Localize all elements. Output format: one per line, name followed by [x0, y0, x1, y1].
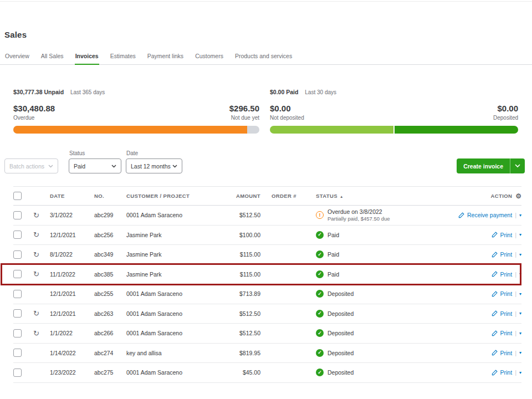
customer-name: 0001 Adam Saraceno: [126, 212, 223, 218]
action-link[interactable]: Print: [500, 350, 513, 356]
action-dropdown-caret[interactable]: ▾: [519, 232, 521, 237]
status-icon: ✓: [316, 231, 324, 239]
gear-icon[interactable]: ⚙: [515, 192, 521, 200]
table-row-highlighted[interactable]: ↻ 11/1/2022 abc385 Jasmine Park $115.00 …: [13, 265, 521, 285]
batch-actions-dropdown[interactable]: Batch actions: [4, 158, 58, 173]
unpaid-summary-header: $30,777.38 Unpaid Last 365 days: [13, 89, 259, 95]
invoice-date: 1/1/2022: [50, 330, 94, 336]
status-text: Deposited: [328, 330, 354, 336]
tab-products-and-services[interactable]: Products and services: [234, 50, 293, 65]
create-invoice-split-button: Create invoice: [457, 158, 525, 173]
unpaid-total: $30,777.38 Unpaid: [13, 89, 64, 95]
tab-payment-links[interactable]: Payment links: [147, 50, 184, 65]
row-checkbox[interactable]: [13, 270, 22, 278]
not-due-amount: $296.50: [229, 104, 259, 113]
status-icon: ✓: [316, 329, 324, 337]
row-checkbox[interactable]: [13, 369, 22, 377]
sales-page: Sales OverviewAll SalesInvoicesEstimates…: [0, 0, 532, 399]
edit-pencil-icon[interactable]: [492, 232, 498, 238]
action-dropdown-caret[interactable]: ▾: [519, 272, 521, 277]
status-filter-dropdown[interactable]: Paid: [69, 158, 121, 173]
table-row[interactable]: ↻ 12/1/2021 abc256 Jasmine Park $100.00 …: [13, 226, 521, 245]
page-title: Sales: [4, 30, 27, 39]
invoice-amount: $115.00: [223, 271, 260, 278]
customer-name: 0001 Adam Saraceno: [126, 330, 223, 336]
sort-ascending-icon: ▲: [340, 195, 344, 198]
header-customer: CUSTOMER / PROJECT: [126, 193, 223, 199]
unpaid-period: Last 365 days: [70, 89, 105, 95]
paid-progress-bar[interactable]: [270, 126, 518, 134]
action-dropdown-caret[interactable]: ▾: [519, 350, 521, 355]
action-link[interactable]: Print: [500, 290, 513, 297]
row-checkbox[interactable]: [13, 250, 22, 259]
action-divider: |: [515, 212, 516, 218]
invoice-amount: $713.89: [223, 290, 260, 297]
row-checkbox[interactable]: [13, 309, 22, 318]
action-dropdown-caret[interactable]: ▾: [519, 370, 521, 375]
unpaid-summary-panel: $30,777.38 Unpaid Last 365 days $30,480.…: [13, 89, 259, 134]
header-status[interactable]: STATUS▲: [316, 193, 454, 199]
batch-actions-label: Batch actions: [9, 163, 44, 170]
table-row[interactable]: ↻ 8/1/2022 abc349 Jasmine Park $115.00 ✓…: [13, 245, 521, 265]
action-link[interactable]: Print: [500, 369, 513, 376]
action-dropdown-caret[interactable]: ▾: [519, 213, 521, 218]
tab-overview[interactable]: Overview: [4, 50, 30, 65]
edit-pencil-icon[interactable]: [492, 252, 498, 258]
invoice-number: abc275: [94, 369, 126, 376]
table-row[interactable]: ↻ 1/14/2022 abc274 key and allisa $819.9…: [13, 344, 521, 364]
action-link[interactable]: Print: [500, 232, 513, 238]
deposited-label: Deposited: [493, 115, 518, 121]
action-divider: |: [515, 369, 516, 376]
edit-pencil-icon[interactable]: [492, 291, 498, 297]
date-filter-dropdown[interactable]: Last 12 months: [126, 158, 182, 173]
invoice-date: 1/14/2022: [50, 350, 94, 356]
paid-period: Last 30 days: [305, 89, 336, 95]
action-link[interactable]: Receive payment: [467, 212, 512, 218]
create-invoice-button[interactable]: Create invoice: [457, 158, 510, 173]
edit-pencil-icon[interactable]: [492, 350, 498, 356]
action-divider: |: [515, 232, 516, 238]
unpaid-progress-bar[interactable]: [13, 126, 259, 134]
action-dropdown-caret[interactable]: ▾: [519, 311, 521, 316]
edit-pencil-icon[interactable]: [492, 370, 498, 376]
action-link[interactable]: Print: [500, 330, 513, 336]
not-deposited-label: Not deposited: [270, 115, 304, 121]
recurring-icon: ↻: [33, 250, 39, 259]
row-checkbox[interactable]: [13, 211, 22, 219]
action-dropdown-caret[interactable]: ▾: [519, 331, 521, 336]
tab-customers[interactable]: Customers: [195, 50, 224, 65]
table-row[interactable]: ↻ 12/1/2021 abc255 0001 Adam Saraceno $7…: [13, 284, 521, 304]
table-row[interactable]: ↻ 1/1/2022 abc266 0001 Adam Saraceno $51…: [13, 324, 521, 344]
status-subtext: Partially paid, $457.50 due: [328, 216, 390, 222]
tab-estimates[interactable]: Estimates: [110, 50, 136, 65]
invoice-number: abc385: [94, 271, 126, 278]
create-invoice-dropdown-caret[interactable]: [510, 158, 525, 173]
action-dropdown-caret[interactable]: ▾: [519, 291, 521, 296]
row-checkbox[interactable]: [13, 349, 22, 357]
table-row[interactable]: ↻ 3/1/2022 abc299 0001 Adam Saraceno $51…: [13, 206, 521, 226]
action-link[interactable]: Print: [500, 310, 513, 317]
row-checkbox[interactable]: [13, 231, 22, 239]
table-row[interactable]: ↻ 12/1/2021 abc263 0001 Adam Saraceno $5…: [13, 304, 521, 324]
status-text: Overdue on 3/8/2022: [328, 208, 390, 215]
tab-all-sales[interactable]: All Sales: [40, 50, 64, 65]
action-link[interactable]: Print: [500, 251, 513, 258]
table-row[interactable]: ↻ 1/23/2022 abc275 0001 Adam Saraceno $4…: [13, 363, 521, 383]
edit-pencil-icon[interactable]: [492, 310, 498, 316]
edit-pencil-icon[interactable]: [492, 271, 498, 277]
edit-pencil-icon[interactable]: [492, 330, 498, 336]
action-link[interactable]: Print: [500, 271, 513, 278]
select-all-checkbox[interactable]: [13, 192, 22, 200]
row-checkbox[interactable]: [13, 329, 22, 337]
action-dropdown-caret[interactable]: ▾: [519, 252, 521, 257]
row-checkbox[interactable]: [13, 290, 22, 298]
invoice-amount: $512.50: [223, 212, 260, 218]
deposited-amount: $0.00: [497, 104, 518, 113]
edit-pencil-icon[interactable]: [458, 212, 464, 218]
tab-invoices[interactable]: Invoices: [75, 50, 99, 65]
invoices-table: DATE NO. CUSTOMER / PROJECT AMOUNT ORDER…: [13, 186, 521, 383]
header-date: DATE: [50, 193, 94, 199]
status-icon: ✓: [316, 349, 324, 357]
invoice-number: abc263: [94, 310, 126, 317]
chevron-down-icon: [515, 164, 520, 168]
